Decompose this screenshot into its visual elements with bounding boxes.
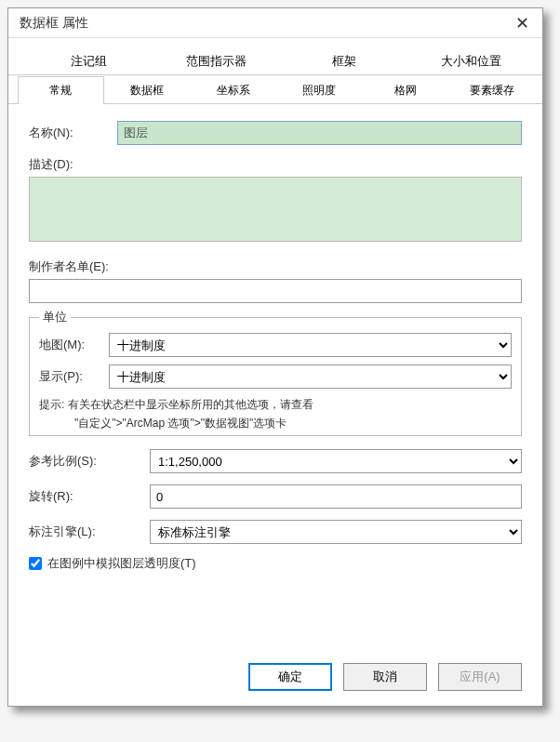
credits-input[interactable] <box>29 279 522 303</box>
display-units-label: 显示(P): <box>39 368 109 385</box>
ok-button[interactable]: 确定 <box>248 663 332 691</box>
properties-dialog: 数据框 属性 ✕ 注记组 范围指示器 框架 大小和位置 常规 数据框 坐标系 照… <box>7 7 543 707</box>
cancel-button[interactable]: 取消 <box>343 663 427 691</box>
map-units-select[interactable]: 十进制度 <box>109 333 512 357</box>
description-textarea[interactable] <box>29 177 522 242</box>
tab-size-position[interactable]: 大小和位置 <box>407 46 535 75</box>
tab-row-upper: 注记组 范围指示器 框架 大小和位置 <box>8 46 542 75</box>
tab-frame[interactable]: 框架 <box>280 46 407 75</box>
close-button[interactable]: ✕ <box>509 10 535 36</box>
units-legend: 单位 <box>39 309 71 325</box>
ref-scale-label: 参考比例(S): <box>29 453 150 470</box>
title-bar: 数据框 属性 ✕ <box>8 8 542 38</box>
rotation-label: 旋转(R): <box>29 488 150 505</box>
tab-content-general: 名称(N): 描述(D): 制作者名单(E): 单位 地图(M): 十进制度 显… <box>8 104 542 589</box>
name-row: 名称(N): <box>29 121 522 145</box>
button-bar: 确定 取消 应用(A) <box>248 663 522 691</box>
tab-row-lower: 常规 数据框 坐标系 照明度 格网 要素缓存 <box>8 75 542 104</box>
display-units-select[interactable]: 十进制度 <box>109 364 512 389</box>
name-input[interactable] <box>117 121 522 145</box>
label-engine-select[interactable]: 标准标注引擎 <box>150 520 522 544</box>
map-units-row: 地图(M): 十进制度 <box>39 333 512 357</box>
tab-feature-cache[interactable]: 要素缓存 <box>448 76 535 104</box>
dialog-title: 数据框 属性 <box>20 15 88 32</box>
tab-annotation-groups[interactable]: 注记组 <box>25 46 153 75</box>
name-label: 名称(N): <box>29 125 117 141</box>
credits-label: 制作者名单(E): <box>29 258 522 275</box>
description-wrap <box>29 177 522 245</box>
ref-scale-row: 参考比例(S): 1:1,250,000 <box>29 449 522 473</box>
simulate-transparency-label: 在图例中模拟图层透明度(T) <box>47 555 196 572</box>
units-hint-line2: "自定义">"ArcMap 选项">"数据视图"选项卡 <box>39 415 512 431</box>
units-fieldset: 单位 地图(M): 十进制度 显示(P): 十进制度 提示: 有关在状态栏中显示… <box>29 309 522 436</box>
tab-extent-indicators[interactable]: 范围指示器 <box>153 46 280 75</box>
apply-button[interactable]: 应用(A) <box>438 663 522 691</box>
tab-grids[interactable]: 格网 <box>363 76 449 104</box>
map-units-label: 地图(M): <box>39 337 109 353</box>
description-label: 描述(D): <box>29 156 522 173</box>
display-units-row: 显示(P): 十进制度 <box>39 364 512 389</box>
simulate-transparency-checkbox[interactable] <box>29 557 42 570</box>
tab-coordinate-system[interactable]: 坐标系 <box>190 76 276 104</box>
rotation-row: 旋转(R): <box>29 484 522 509</box>
tab-illumination[interactable]: 照明度 <box>276 76 363 104</box>
rotation-input[interactable] <box>150 484 522 509</box>
close-icon: ✕ <box>515 13 529 33</box>
tab-general[interactable]: 常规 <box>18 76 104 104</box>
label-engine-label: 标注引擎(L): <box>29 523 150 540</box>
simulate-transparency-row: 在图例中模拟图层透明度(T) <box>29 555 522 572</box>
label-engine-row: 标注引擎(L): 标准标注引擎 <box>29 520 522 544</box>
units-hint-line1: 提示: 有关在状态栏中显示坐标所用的其他选项，请查看 <box>39 396 512 413</box>
tab-data-frame[interactable]: 数据框 <box>104 76 191 104</box>
ref-scale-select[interactable]: 1:1,250,000 <box>150 449 522 473</box>
